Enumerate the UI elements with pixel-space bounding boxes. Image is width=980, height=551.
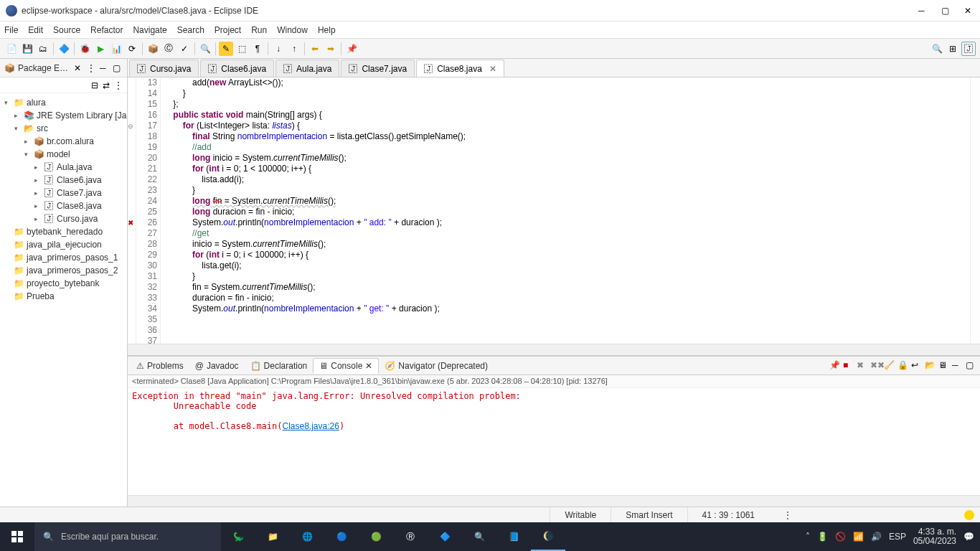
- menu-refactor[interactable]: Refactor: [90, 25, 123, 35]
- tree-node-br-com-alura[interactable]: ▸📦br.com.alura: [0, 135, 127, 148]
- tree-node-prueba[interactable]: 📁Prueba: [0, 290, 127, 303]
- collapse-all-icon[interactable]: ⊟: [91, 80, 98, 90]
- console-pin-icon[interactable]: 📌: [829, 360, 841, 372]
- tree-node-clase7-java[interactable]: ▸🇯Clase7.java: [0, 187, 127, 199]
- tree-arrow-icon[interactable]: ▸: [34, 164, 43, 171]
- editor-tab-clase7-java[interactable]: 🇯Clase7.java: [341, 60, 415, 77]
- taskbar-app-qgis[interactable]: 🟢: [359, 522, 393, 551]
- overview-ruler[interactable]: [970, 77, 980, 344]
- open-type-icon[interactable]: 🔷: [57, 42, 71, 56]
- system-tray[interactable]: ˄ 🔋 🚫 📶 🔊 ESP 4:33 a. m. 05/04/2023 💬: [806, 527, 980, 546]
- new-package-icon[interactable]: 📦: [146, 42, 160, 56]
- tree-node-bytebank-heredado[interactable]: 📁bytebank_heredado: [0, 225, 127, 238]
- run-icon[interactable]: ▶: [93, 42, 108, 56]
- tree-node-jre-system-library-ja[interactable]: ▸📚JRE System Library [Ja: [0, 109, 127, 122]
- debug-icon[interactable]: 🐞: [77, 42, 92, 56]
- editor-hscroll[interactable]: [128, 344, 980, 355]
- taskbar-search[interactable]: 🔍 Escribe aquí para buscar.: [34, 522, 221, 551]
- tray-clock[interactable]: 4:33 a. m. 05/04/2023: [913, 527, 956, 546]
- minimize-view-icon[interactable]: ─: [100, 63, 110, 73]
- close-view-icon[interactable]: ✕: [71, 63, 84, 73]
- minimize-button[interactable]: ─: [918, 6, 928, 16]
- tray-wifi-icon[interactable]: 📶: [853, 532, 864, 542]
- minimize-panel-icon[interactable]: ─: [952, 360, 963, 372]
- tree-node-clase6-java[interactable]: ▸🇯Clase6.java: [0, 174, 127, 187]
- tree-arrow-icon[interactable]: ▸: [34, 202, 43, 209]
- maximize-button[interactable]: ▢: [941, 6, 951, 16]
- tip-bulb-icon[interactable]: [964, 510, 974, 520]
- tree-node-java-primeros-pasos-2[interactable]: 📁java_primeros_pasos_2: [0, 264, 127, 277]
- taskbar-app-cortana[interactable]: 🦕: [221, 522, 255, 551]
- bottom-hscroll[interactable]: [128, 495, 980, 507]
- new-class-icon[interactable]: Ⓒ: [161, 42, 176, 56]
- maximize-view-icon[interactable]: ▢: [113, 63, 123, 73]
- tree-node-aula-java[interactable]: ▸🇯Aula.java: [0, 161, 127, 174]
- prev-annotation-icon[interactable]: ↑: [287, 42, 301, 56]
- menu-source[interactable]: Source: [53, 25, 80, 35]
- view-dropdown-icon[interactable]: ⋮: [114, 80, 123, 90]
- maximize-panel-icon[interactable]: ▢: [966, 360, 977, 372]
- menu-help[interactable]: Help: [318, 25, 336, 35]
- bottom-tab-navigator-deprecated-[interactable]: 🧭Navigator (Deprecated): [379, 358, 494, 374]
- back-icon[interactable]: ⬅: [308, 42, 322, 56]
- tray-battery-icon[interactable]: 🔋: [817, 532, 828, 542]
- menu-edit[interactable]: Edit: [28, 25, 43, 35]
- tree-node-curso-java[interactable]: ▸🇯Curso.java: [0, 212, 127, 225]
- bottom-tab-console[interactable]: 🖥Console ✕: [313, 358, 379, 374]
- show-whitespace-icon[interactable]: ¶: [250, 42, 265, 56]
- next-annotation-icon[interactable]: ↓: [271, 42, 286, 56]
- quick-access-icon[interactable]: 🔍: [930, 42, 944, 56]
- console-remove-icon[interactable]: ✖: [857, 360, 868, 372]
- start-button[interactable]: [0, 522, 34, 551]
- project-tree[interactable]: ▾📁alura▸📚JRE System Library [Ja▾📂src▸📦br…: [0, 93, 127, 507]
- tree-node-clase8-java[interactable]: ▸🇯Clase8.java: [0, 199, 127, 212]
- menu-window[interactable]: Window: [277, 25, 308, 35]
- new-icon[interactable]: 📄: [4, 42, 19, 56]
- pin-icon[interactable]: 📌: [344, 42, 359, 56]
- code-content[interactable]: add(new ArrayList<>()); } }; public stat…: [161, 77, 970, 344]
- editor-tab-clase6-java[interactable]: 🇯Clase6.java: [200, 60, 274, 77]
- menu-navigate[interactable]: Navigate: [133, 25, 166, 35]
- tray-network-icon[interactable]: 🚫: [835, 532, 846, 542]
- save-icon[interactable]: 💾: [20, 42, 34, 56]
- console-scroll-lock-icon[interactable]: 🔒: [897, 360, 909, 372]
- view-menu-icon[interactable]: ⋮: [87, 63, 97, 73]
- taskbar-app-r[interactable]: Ⓡ: [393, 522, 428, 551]
- bottom-tab-javadoc[interactable]: @Javadoc: [189, 358, 245, 374]
- link-editor-icon[interactable]: ⇄: [103, 80, 110, 90]
- tree-node-proyecto-bytebank[interactable]: 📁proyecto_bytebank: [0, 277, 127, 290]
- taskbar-app-explorer[interactable]: 📁: [255, 522, 290, 551]
- tray-language-icon[interactable]: ESP: [889, 532, 906, 542]
- tree-arrow-icon[interactable]: ▸: [24, 138, 33, 145]
- search-icon[interactable]: 🔍: [198, 42, 212, 56]
- tree-node-java-pila-ejecucion[interactable]: 📁java_pila_ejecucion: [0, 238, 127, 251]
- tree-arrow-icon[interactable]: ▸: [14, 112, 23, 119]
- taskbar-app-chrome[interactable]: 🌐: [290, 522, 324, 551]
- close-button[interactable]: ✕: [964, 6, 974, 16]
- tree-arrow-icon[interactable]: ▾: [14, 125, 23, 132]
- console-clear-icon[interactable]: 🧹: [884, 360, 895, 372]
- taskbar-app-eclipse[interactable]: 🌘: [531, 522, 565, 551]
- menu-file[interactable]: File: [4, 25, 18, 35]
- run-last-icon[interactable]: ⟳: [125, 42, 139, 56]
- tray-volume-icon[interactable]: 🔊: [871, 532, 882, 542]
- tray-notifications-icon[interactable]: 💬: [963, 532, 974, 542]
- close-tab-icon[interactable]: ✕: [489, 64, 496, 74]
- console-display-icon[interactable]: 🖥: [938, 360, 950, 372]
- bottom-tab-declaration[interactable]: 📋Declaration: [245, 358, 314, 374]
- menu-run[interactable]: Run: [251, 25, 267, 35]
- toggle-block-icon[interactable]: ⬚: [235, 42, 249, 56]
- code-editor[interactable]: ⊖✖ 1314151617181920212223242526272829303…: [128, 77, 980, 344]
- editor-tab-aula-java[interactable]: 🇯Aula.java: [275, 60, 339, 77]
- tree-arrow-icon[interactable]: ▾: [4, 99, 13, 106]
- console-wrap-icon[interactable]: ↩: [911, 360, 923, 372]
- tree-node-java-primeros-pasos-1[interactable]: 📁java_primeros_pasos_1: [0, 251, 127, 264]
- menu-search[interactable]: Search: [177, 25, 204, 35]
- tree-arrow-icon[interactable]: ▸: [34, 176, 43, 184]
- tree-node-src[interactable]: ▾📂src: [0, 122, 127, 135]
- menu-dots-icon[interactable]: ⋮: [783, 510, 792, 520]
- menu-project[interactable]: Project: [215, 25, 241, 35]
- tree-arrow-icon[interactable]: ▸: [34, 189, 43, 197]
- taskbar-app-rstudio[interactable]: 🔷: [428, 522, 462, 551]
- close-tab-icon[interactable]: ✕: [365, 361, 372, 371]
